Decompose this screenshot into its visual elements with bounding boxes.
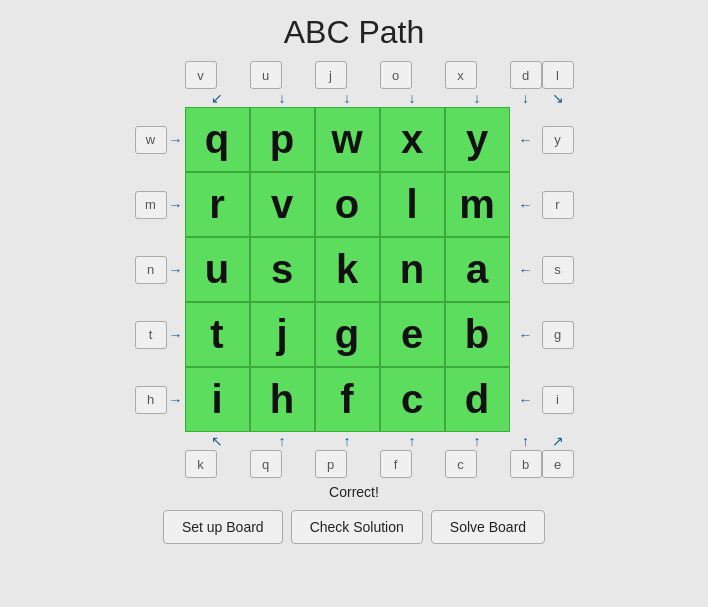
arrow-cell: ↑: [315, 432, 380, 450]
arrow-cell: ←: [510, 302, 542, 367]
arrow-cell: ↓: [380, 89, 445, 107]
clue-box: g: [542, 321, 574, 349]
clue-box: k: [185, 450, 217, 478]
clue-box: h: [135, 386, 167, 414]
clue-box: w: [135, 126, 167, 154]
board-cell: j: [250, 302, 315, 367]
clue-box: j: [315, 61, 347, 89]
board-cell: e: [380, 302, 445, 367]
board-cell: y: [445, 107, 510, 172]
clue-box: l: [542, 61, 574, 89]
arrow-cell: →: [167, 172, 185, 237]
setup-button[interactable]: Set up Board: [163, 510, 283, 544]
arrow-cell: ↓: [315, 89, 380, 107]
status-text: Correct!: [329, 484, 379, 500]
clue-box: p: [315, 450, 347, 478]
board-cell: s: [250, 237, 315, 302]
clue-box: m: [135, 191, 167, 219]
board-cell: f: [315, 367, 380, 432]
arrow-cell: ←: [510, 237, 542, 302]
board-cell: a: [445, 237, 510, 302]
puzzle-table: vujoxdl↙↓↓↓↓↓↘w→qpwxy←ym→rvolm←rn→uskna←…: [135, 61, 574, 478]
board-cell: v: [250, 172, 315, 237]
clue-box: q: [250, 450, 282, 478]
arrow-cell: →: [167, 367, 185, 432]
board-cell: k: [315, 237, 380, 302]
arrow-cell: ↑: [445, 432, 510, 450]
board-cell: d: [445, 367, 510, 432]
check-button[interactable]: Check Solution: [291, 510, 423, 544]
clue-box: o: [380, 61, 412, 89]
arrow-cell: ↘: [542, 89, 574, 107]
arrow-cell: ←: [510, 367, 542, 432]
arrow-cell: ↑: [510, 432, 542, 450]
clue-box: e: [542, 450, 574, 478]
board-cell: h: [250, 367, 315, 432]
arrow-cell: ←: [510, 172, 542, 237]
clue-box: d: [510, 61, 542, 89]
arrow-cell: ↖: [185, 432, 250, 450]
arrow-cell: →: [167, 107, 185, 172]
arrow-cell: →: [167, 237, 185, 302]
clue-box: t: [135, 321, 167, 349]
clue-box: x: [445, 61, 477, 89]
board-cell: t: [185, 302, 250, 367]
board-cell: n: [380, 237, 445, 302]
clue-box: r: [542, 191, 574, 219]
arrow-cell: ↓: [445, 89, 510, 107]
arrow-cell: ↓: [510, 89, 542, 107]
board-cell: c: [380, 367, 445, 432]
arrow-cell: ↑: [380, 432, 445, 450]
puzzle-container: vujoxdl↙↓↓↓↓↓↘w→qpwxy←ym→rvolm←rn→uskna←…: [135, 61, 574, 544]
board-cell: u: [185, 237, 250, 302]
page-title: ABC Path: [284, 14, 425, 51]
clue-box: s: [542, 256, 574, 284]
arrow-cell: ↙: [185, 89, 250, 107]
clue-box: c: [445, 450, 477, 478]
board-cell: i: [185, 367, 250, 432]
board-cell: w: [315, 107, 380, 172]
board-cell: m: [445, 172, 510, 237]
board-cell: b: [445, 302, 510, 367]
board-cell: p: [250, 107, 315, 172]
board-cell: q: [185, 107, 250, 172]
board-cell: x: [380, 107, 445, 172]
buttons-row: Set up Board Check Solution Solve Board: [163, 510, 545, 544]
clue-box: n: [135, 256, 167, 284]
solve-button[interactable]: Solve Board: [431, 510, 545, 544]
clue-box: b: [510, 450, 542, 478]
clue-box: i: [542, 386, 574, 414]
board-cell: l: [380, 172, 445, 237]
arrow-cell: →: [167, 302, 185, 367]
clue-box: f: [380, 450, 412, 478]
arrow-cell: ↓: [250, 89, 315, 107]
clue-box: v: [185, 61, 217, 89]
arrow-cell: ←: [510, 107, 542, 172]
clue-box: u: [250, 61, 282, 89]
board-cell: r: [185, 172, 250, 237]
clue-box: y: [542, 126, 574, 154]
arrow-cell: ↑: [250, 432, 315, 450]
arrow-cell: ↗: [542, 432, 574, 450]
board-cell: g: [315, 302, 380, 367]
board-cell: o: [315, 172, 380, 237]
